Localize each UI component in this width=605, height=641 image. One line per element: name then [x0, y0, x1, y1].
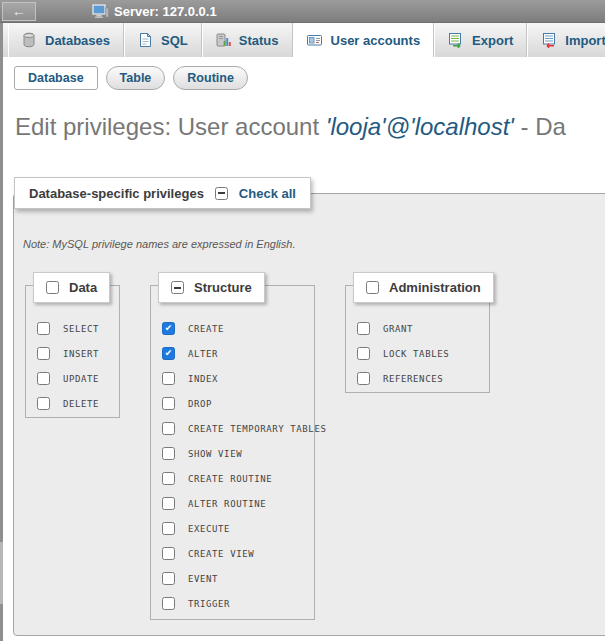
privilege-row: REFERENCES	[346, 366, 489, 391]
privilege-checkbox-update[interactable]	[37, 372, 50, 385]
privilege-checkbox-alter-routine[interactable]	[162, 497, 175, 510]
privilege-label[interactable]: CREATE TEMPORARY TABLES	[188, 424, 326, 434]
tab-status[interactable]: Status	[202, 23, 293, 57]
privilege-checkbox-drop[interactable]	[162, 397, 175, 410]
privilege-checkbox-insert[interactable]	[37, 347, 50, 360]
privilege-label[interactable]: ALTER	[188, 349, 218, 359]
privilege-checkbox-alter[interactable]	[162, 347, 175, 360]
tab-databases[interactable]: Databases	[8, 23, 124, 57]
server-monitor-icon	[92, 4, 110, 19]
privilege-scope-subnav: DatabaseTableRoutine	[14, 66, 248, 90]
privilege-label[interactable]: CREATE ROUTINE	[188, 474, 272, 484]
navigation-panel-scrollbar[interactable]	[0, 23, 3, 641]
tab-label: Import	[565, 33, 605, 48]
back-button[interactable]: ←	[2, 2, 36, 21]
privilege-row: DROP	[151, 391, 314, 416]
privilege-checkbox-lock-tables[interactable]	[357, 347, 370, 360]
privilege-checkbox-show-view[interactable]	[162, 447, 175, 460]
title-prefix: Edit privileges: User account	[15, 113, 326, 140]
privilege-checkbox-index[interactable]	[162, 372, 175, 385]
tab-label: Export	[472, 33, 513, 48]
privilege-row: SHOW VIEW	[151, 441, 314, 466]
privilege-checkbox-create-routine[interactable]	[162, 472, 175, 485]
tab-import[interactable]: Import	[527, 23, 605, 57]
privilege-row: SELECT	[26, 316, 119, 341]
data-group-legend: Data	[33, 272, 110, 303]
structure-privileges-group: StructureCREATEALTERINDEXDROPCREATE TEMP…	[150, 285, 315, 620]
title-suffix: - Da	[514, 113, 566, 140]
privilege-label[interactable]: EXECUTE	[188, 524, 230, 534]
privilege-label[interactable]: INDEX	[188, 374, 218, 384]
administration-group-title: Administration	[389, 280, 481, 295]
privilege-checkbox-delete[interactable]	[37, 397, 50, 410]
privilege-row: TRIGGER	[151, 591, 314, 616]
check-all-checkbox[interactable]	[215, 187, 228, 200]
privilege-label[interactable]: DROP	[188, 399, 212, 409]
export-icon	[447, 32, 464, 48]
privilege-checkbox-trigger[interactable]	[162, 597, 175, 610]
user-account-name: 'looja'@'localhost'	[326, 113, 514, 140]
privilege-label[interactable]: REFERENCES	[383, 374, 443, 384]
structure-group-checkbox[interactable]	[171, 281, 184, 294]
main-tab-bar: DatabasesSQLStatusUser accountsExportImp…	[0, 23, 605, 57]
panel-title: Database-specific privileges	[29, 186, 204, 201]
subnav-routine-button[interactable]: Routine	[173, 66, 248, 90]
privilege-checkbox-event[interactable]	[162, 572, 175, 585]
privilege-checkbox-grant[interactable]	[357, 322, 370, 335]
privilege-checkbox-create[interactable]	[162, 322, 175, 335]
data-group-checkbox[interactable]	[46, 281, 59, 294]
privilege-checkbox-create-temporary-tables[interactable]	[162, 422, 175, 435]
privilege-label[interactable]: INSERT	[63, 349, 99, 359]
administration-group-checkbox[interactable]	[366, 281, 379, 294]
privilege-label[interactable]: CREATE VIEW	[188, 549, 254, 559]
database-privileges-legend: Database-specific privileges Check all	[14, 177, 311, 209]
privilege-row: UPDATE	[26, 366, 119, 391]
privilege-row: CREATE ROUTINE	[151, 466, 314, 491]
server-label: Server: 127.0.0.1	[114, 4, 217, 19]
privilege-checkbox-references[interactable]	[357, 372, 370, 385]
privilege-label[interactable]: EVENT	[188, 574, 218, 584]
subnav-database-button[interactable]: Database	[14, 66, 98, 90]
tab-label: SQL	[161, 33, 188, 48]
data-privileges-group: DataSELECTINSERTUPDATEDELETE	[25, 285, 120, 418]
privilege-row: INSERT	[26, 341, 119, 366]
database-icon	[21, 32, 37, 48]
structure-group-legend: Structure	[158, 272, 265, 303]
privilege-label[interactable]: CREATE	[188, 324, 224, 334]
privilege-label[interactable]: GRANT	[383, 324, 413, 334]
privilege-label[interactable]: UPDATE	[63, 374, 99, 384]
subnav-table-button[interactable]: Table	[106, 66, 166, 90]
privilege-checkbox-create-view[interactable]	[162, 547, 175, 560]
privilege-checkbox-select[interactable]	[37, 322, 50, 335]
server-bar: ← Server: 127.0.0.1	[0, 0, 605, 23]
privilege-row: DELETE	[26, 391, 119, 416]
tab-label: User accounts	[331, 33, 421, 48]
privilege-row: CREATE	[151, 316, 314, 341]
privilege-row: ALTER ROUTINE	[151, 491, 314, 516]
privilege-row: EXECUTE	[151, 516, 314, 541]
privilege-label[interactable]: TRIGGER	[188, 599, 230, 609]
tab-export[interactable]: Export	[434, 23, 527, 57]
privilege-row: CREATE VIEW	[151, 541, 314, 566]
privilege-label[interactable]: LOCK TABLES	[383, 349, 449, 359]
import-icon	[540, 32, 557, 48]
privilege-row: EVENT	[151, 566, 314, 591]
sql-icon	[137, 32, 153, 48]
privilege-label[interactable]: DELETE	[63, 399, 99, 409]
check-all-label[interactable]: Check all	[239, 186, 296, 201]
administration-privileges-group: AdministrationGRANTLOCK TABLESREFERENCES	[345, 285, 490, 393]
server-breadcrumb[interactable]: Server: 127.0.0.1	[92, 0, 217, 23]
user-accounts-icon	[306, 32, 323, 48]
privilege-checkbox-execute[interactable]	[162, 522, 175, 535]
tab-sql[interactable]: SQL	[124, 23, 202, 57]
tab-label: Databases	[45, 33, 110, 48]
privilege-row: CREATE TEMPORARY TABLES	[151, 416, 314, 441]
privilege-label[interactable]: SHOW VIEW	[188, 449, 242, 459]
privilege-label[interactable]: SELECT	[63, 324, 99, 334]
administration-group-legend: Administration	[353, 272, 494, 303]
privileges-note: Note: MySQL privilege names are expresse…	[23, 238, 296, 250]
tab-user-accounts[interactable]: User accounts	[293, 23, 435, 57]
data-group-title: Data	[69, 280, 97, 295]
page-title: Edit privileges: User account 'looja'@'l…	[15, 113, 605, 141]
privilege-label[interactable]: ALTER ROUTINE	[188, 499, 266, 509]
